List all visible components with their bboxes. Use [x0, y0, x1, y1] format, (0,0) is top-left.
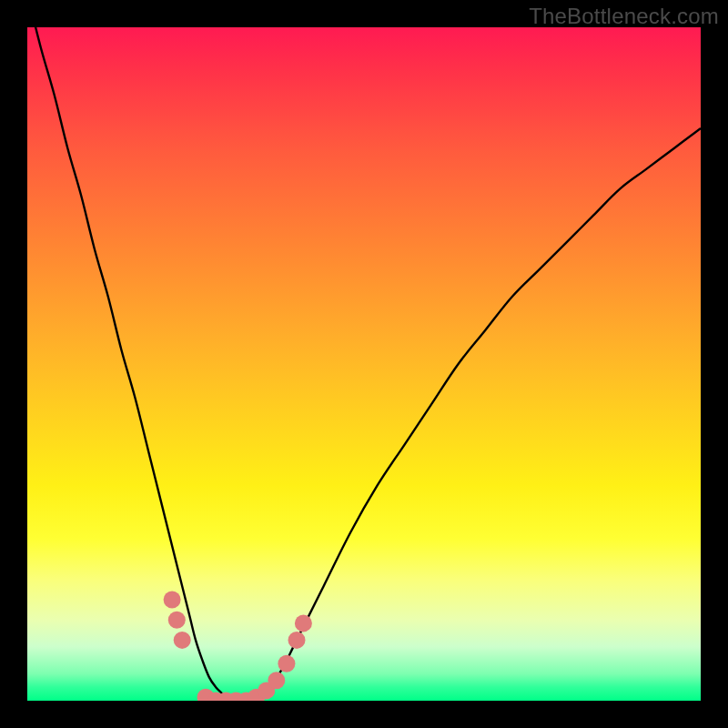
curve-marker — [174, 632, 191, 649]
chart-plot-area — [27, 27, 701, 701]
curve-marker — [295, 614, 312, 632]
chart-svg — [27, 27, 701, 701]
curve-marker — [278, 655, 295, 672]
chart-frame: TheBottleneck.com — [0, 0, 728, 728]
curve-marker — [168, 612, 186, 629]
curve-marker — [164, 592, 181, 609]
curve-marker — [268, 672, 285, 689]
bottleneck-curve — [27, 27, 701, 701]
curve-marker — [288, 632, 306, 649]
watermark-text: TheBottleneck.com — [529, 4, 719, 29]
curve-markers — [164, 592, 312, 702]
